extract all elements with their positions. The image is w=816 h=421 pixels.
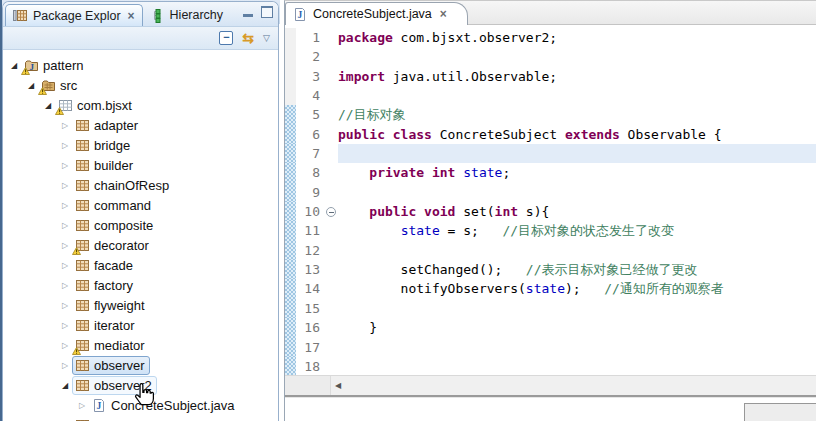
collapse-arrow-icon[interactable]: ◢ xyxy=(7,61,21,70)
expand-arrow-icon[interactable]: ▷ xyxy=(58,161,72,170)
tree-item-mediator[interactable]: ▷mediator xyxy=(3,335,278,355)
tree-item-chip[interactable]: builder xyxy=(72,156,138,175)
code-line-18[interactable]: 18 xyxy=(285,357,816,375)
expand-arrow-icon[interactable]: ▷ xyxy=(75,401,89,410)
view-menu-icon[interactable]: ▽ xyxy=(263,34,270,43)
maximize-icon[interactable] xyxy=(261,6,273,18)
tree-item-pattern[interactable]: ◢Jpattern xyxy=(3,55,278,75)
tree-item-src[interactable]: ◢src xyxy=(3,75,278,95)
tree-item-flyweight[interactable]: ▷flyweight xyxy=(3,295,278,315)
tree-item-facade[interactable]: ▷facade xyxy=(3,255,278,275)
tab-concretesubject-java[interactable]: J ConcreteSubject.java × xyxy=(285,2,468,25)
code-line-14[interactable]: 14 notifyObservers(state); //通知所有的观察者 xyxy=(285,279,816,298)
range-indicator xyxy=(285,221,296,240)
expand-arrow-icon[interactable]: ▷ xyxy=(58,301,72,310)
expand-arrow-icon[interactable]: ▷ xyxy=(58,201,72,210)
expand-arrow-icon[interactable]: ▷ xyxy=(58,141,72,150)
tree-item-label: observer2 xyxy=(94,378,152,393)
below-editor-area xyxy=(285,398,816,421)
code-line-7[interactable]: 7 xyxy=(285,144,816,163)
code-line-8[interactable]: 8 private int state; xyxy=(285,163,816,182)
line-number: 12 xyxy=(296,241,324,260)
tree-item-composite[interactable]: ▷composite xyxy=(3,215,278,235)
minimize-icon[interactable] xyxy=(243,14,253,17)
tab-hierarchy[interactable]: Hierarchy xyxy=(143,4,231,26)
folding-column xyxy=(324,338,338,357)
link-with-editor-icon[interactable]: ⇆ xyxy=(242,31,254,45)
code-line-13[interactable]: 13 setChanged(); //表示目标对象已经做了更改 xyxy=(285,260,816,279)
tree-item-chip[interactable]: observer2 xyxy=(72,376,157,395)
code-editor[interactable]: 1package com.bjsxt.observer2;23import ja… xyxy=(285,25,816,375)
expand-arrow-icon[interactable]: ▷ xyxy=(58,361,72,370)
tree-item-chip[interactable]: src xyxy=(38,76,82,95)
tree-item-ConcreteSubject.java[interactable]: ▷JConcreteSubject.java xyxy=(3,395,278,415)
tree-item-observer[interactable]: ▷observer xyxy=(3,355,278,375)
tree-item-factory[interactable]: ▷factory xyxy=(3,275,278,295)
tree-item-chip[interactable]: adapter xyxy=(72,116,143,135)
code-line-11[interactable]: 11 state = s; //目标对象的状态发生了改变 xyxy=(285,221,816,240)
code-line-15[interactable]: 15 xyxy=(285,299,816,318)
expand-arrow-icon[interactable]: ▷ xyxy=(58,281,72,290)
collapse-arrow-icon[interactable]: ◢ xyxy=(41,101,55,110)
range-indicator xyxy=(285,86,296,105)
tree-item-chip[interactable]: com.bjsxt xyxy=(55,96,137,115)
expand-arrow-icon[interactable]: ▷ xyxy=(58,121,72,130)
tree-item-chainOfResp[interactable]: ▷chainOfResp xyxy=(3,175,278,195)
source-folder-icon xyxy=(41,78,56,93)
close-icon[interactable]: × xyxy=(128,9,135,23)
tree-item-chip[interactable]: bridge xyxy=(72,136,135,155)
code-line-3[interactable]: 3import java.util.Observable; xyxy=(285,67,816,86)
code-line-9[interactable]: 9 xyxy=(285,183,816,202)
tab-package-explorer[interactable]: Package Explor × xyxy=(5,4,143,26)
code-line-10[interactable]: 10 public void set(int s){ xyxy=(285,202,816,221)
tree-item-decorator[interactable]: ▷decorator xyxy=(3,235,278,255)
editor-tab-label: ConcreteSubject.java xyxy=(313,7,432,21)
expand-arrow-icon[interactable]: ▷ xyxy=(58,241,72,250)
tree-item-command[interactable]: ▷command xyxy=(3,195,278,215)
collapse-arrow-icon[interactable]: ◢ xyxy=(58,381,72,390)
package-icon xyxy=(75,258,90,273)
tree-item-prototype[interactable]: ▷prototype xyxy=(3,415,278,421)
tree-item-chip[interactable]: iterator xyxy=(72,316,139,335)
tree-item-chip[interactable]: JConcreteSubject.java xyxy=(89,396,240,415)
folding-column xyxy=(324,279,338,298)
code-line-2[interactable]: 2 xyxy=(285,47,816,66)
expand-arrow-icon[interactable]: ▷ xyxy=(58,321,72,330)
code-line-5[interactable]: 5//目标对象 xyxy=(285,105,816,124)
tree-item-chip[interactable]: mediator xyxy=(72,336,150,355)
tree-item-chip[interactable]: Jpattern xyxy=(21,56,88,75)
code-line-16[interactable]: 16 } xyxy=(285,318,816,337)
tree-item-chip[interactable]: composite xyxy=(72,216,158,235)
collapse-arrow-icon[interactable]: ◢ xyxy=(24,81,38,90)
collapse-all-icon[interactable]: − xyxy=(219,31,233,45)
code-line-12[interactable]: 12 xyxy=(285,241,816,260)
tree-item-chip[interactable]: observer xyxy=(72,356,150,375)
tree-item-observer2[interactable]: ◢observer2 xyxy=(3,375,278,395)
tree-item-chip[interactable]: command xyxy=(72,196,156,215)
horizontal-scrollbar[interactable]: ◀ xyxy=(285,375,816,395)
tree-item-chip[interactable]: flyweight xyxy=(72,296,150,315)
tree-item-chip[interactable]: factory xyxy=(72,276,138,295)
code-line-6[interactable]: 6public class ConcreteSubject extends Ob… xyxy=(285,125,816,144)
tree-item-chip[interactable]: facade xyxy=(72,256,138,275)
tree-item-com.bjsxt[interactable]: ◢com.bjsxt xyxy=(3,95,278,115)
tree-item-iterator[interactable]: ▷iterator xyxy=(3,315,278,335)
expand-arrow-icon[interactable]: ▷ xyxy=(58,181,72,190)
fold-collapse-icon[interactable] xyxy=(326,207,336,217)
scroll-left-icon[interactable]: ◀ xyxy=(331,381,341,390)
expand-arrow-icon[interactable]: ▷ xyxy=(58,221,72,230)
code-line-4[interactable]: 4 xyxy=(285,86,816,105)
expand-arrow-icon[interactable]: ▷ xyxy=(58,341,72,350)
range-indicator xyxy=(285,279,296,298)
line-number: 9 xyxy=(296,183,324,202)
tree-item-adapter[interactable]: ▷adapter xyxy=(3,115,278,135)
code-line-17[interactable]: 17 xyxy=(285,338,816,357)
expand-arrow-icon[interactable]: ▷ xyxy=(58,261,72,270)
tree-item-chip[interactable]: decorator xyxy=(72,236,154,255)
code-line-1[interactable]: 1package com.bjsxt.observer2; xyxy=(285,28,816,47)
tree-item-bridge[interactable]: ▷bridge xyxy=(3,135,278,155)
tree-item-chip[interactable]: prototype xyxy=(72,416,153,421)
close-icon[interactable]: × xyxy=(440,7,447,21)
tree-item-chip[interactable]: chainOfResp xyxy=(72,176,174,195)
tree-item-builder[interactable]: ▷builder xyxy=(3,155,278,175)
